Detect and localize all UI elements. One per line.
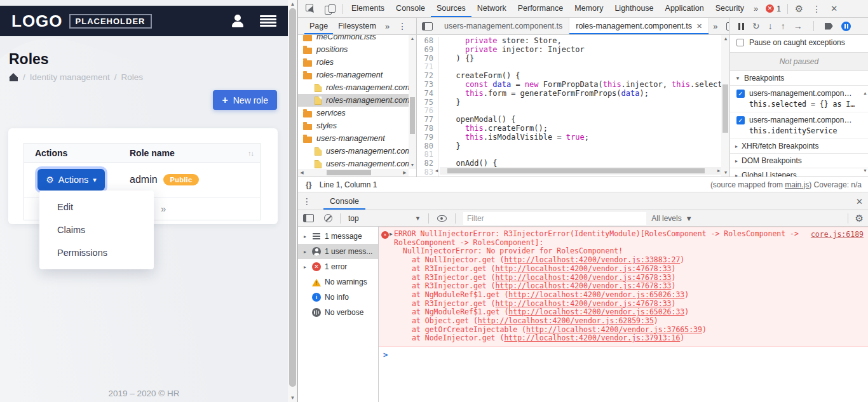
line-number[interactable]: 76: [417, 107, 438, 116]
user-icon[interactable]: [231, 15, 245, 27]
console-filter-input[interactable]: [463, 212, 646, 225]
main-js-link[interactable]: main.js: [785, 180, 809, 189]
device-toolbar-icon[interactable]: [325, 4, 335, 13]
drawer-close-icon[interactable]: ✕: [851, 197, 868, 206]
tab-filesystem[interactable]: Filesystem: [333, 18, 381, 34]
more-tabs-icon[interactable]: »: [750, 4, 762, 13]
line-number[interactable]: 75: [417, 98, 438, 107]
stack-frame-link[interactable]: http://localhost:4200/vendor.js:33883:27: [504, 255, 680, 264]
scroll-down-icon[interactable]: ▼: [288, 394, 297, 402]
home-icon[interactable]: [9, 73, 18, 81]
toggle-navigator-icon[interactable]: [422, 22, 433, 30]
step-out-icon[interactable]: ↑: [781, 22, 785, 30]
devtools-tab-network[interactable]: Network: [471, 0, 512, 17]
code-editor[interactable]: 68 private store: Store,69 private injec…: [417, 35, 729, 177]
context-selector[interactable]: top ▼: [343, 214, 426, 223]
tree-item-users-management[interactable]: users-management: [298, 132, 409, 145]
breakpoint-entry[interactable]: ✓users-management.compon…this.selected =…: [730, 86, 868, 112]
tree-horizontal-scrollbar[interactable]: ◀ ▶: [298, 169, 409, 177]
pause-on-exceptions-icon[interactable]: [841, 22, 851, 31]
console-sidebar-1-user-mess[interactable]: ▸1 user mess...: [298, 244, 378, 259]
stack-frame-link[interactable]: http://localhost:4200/vendor.js:47678:33: [496, 264, 672, 273]
stack-frame-link[interactable]: http://localhost:4200/vendor.js:65026:33: [508, 307, 684, 316]
kebab-menu-icon[interactable]: ⋮: [808, 4, 825, 14]
section-xhr-fetch-breakpoints[interactable]: ▸XHR/fetch Breakpoints: [730, 139, 868, 154]
stack-frame-link[interactable]: http://localhost:4200/vendor.js:65026:33: [508, 290, 684, 299]
deactivate-breakpoints-icon[interactable]: [825, 23, 833, 30]
scrollbar-thumb[interactable]: [327, 170, 371, 175]
line-number[interactable]: 78: [417, 124, 438, 133]
tree-item-users-management-compo[interactable]: users-management.compo: [298, 145, 409, 157]
scroll-down-icon[interactable]: ▼: [722, 169, 729, 177]
stack-frame-link[interactable]: http://localhost:4200/vendor.js:37665:39: [526, 325, 702, 334]
devtools-tab-console[interactable]: Console: [390, 0, 431, 17]
navigator-kebab-icon[interactable]: ⋮: [393, 21, 411, 31]
pretty-print-icon[interactable]: {}: [306, 180, 312, 189]
column-header-role-name[interactable]: Role name ↑↓: [118, 148, 260, 158]
line-number[interactable]: 71: [417, 63, 438, 72]
expand-triangle-icon[interactable]: ▶: [390, 231, 393, 237]
stack-frame-link[interactable]: http://localhost:4200/vendor.js:47678:33: [496, 273, 672, 282]
file-tab-roles-management[interactable]: roles-management.component.ts ✕: [569, 18, 709, 34]
tree-vertical-scrollbar[interactable]: ▲ ▼: [409, 35, 416, 169]
line-number[interactable]: 70: [417, 55, 438, 64]
scrollbar-thumb[interactable]: [289, 8, 296, 387]
scrollbar-thumb[interactable]: [722, 84, 728, 133]
stack-frame-link[interactable]: http://localhost:4200/vendor.js:47678:33: [496, 299, 672, 308]
pause-script-icon[interactable]: [738, 23, 744, 30]
step-icon[interactable]: →: [794, 22, 803, 30]
dropdown-item-claims[interactable]: Claims: [39, 218, 154, 241]
line-number[interactable]: 68: [417, 37, 438, 46]
line-number[interactable]: 81: [417, 151, 438, 159]
step-into-icon[interactable]: ↓: [768, 22, 773, 30]
tree-item-styles[interactable]: styles: [298, 119, 409, 132]
scrollbar-thumb[interactable]: [410, 97, 415, 134]
devtools-tab-memory[interactable]: Memory: [569, 0, 609, 17]
tree-item-positions[interactable]: positions: [298, 43, 409, 56]
scroll-right-icon[interactable]: ▶: [715, 167, 722, 175]
line-number[interactable]: 74: [417, 90, 438, 98]
error-count-badge[interactable]: ✕ 1: [766, 4, 781, 13]
scroll-down-icon[interactable]: ▼: [409, 161, 416, 169]
console-sidebar-no-info[interactable]: iNo info: [298, 290, 378, 305]
drawer-kebab-icon[interactable]: ⋮: [298, 196, 316, 206]
console-sidebar-no-warnings[interactable]: No warnings: [298, 274, 378, 290]
checkbox-checked-icon[interactable]: ✓: [736, 116, 745, 124]
console-prompt[interactable]: >: [379, 347, 868, 359]
scroll-up-icon[interactable]: ▲: [722, 35, 729, 43]
section-global-listeners[interactable]: ▸Global Listeners: [730, 168, 868, 177]
scroll-down-icon[interactable]: ▼: [863, 168, 867, 173]
devtools-tab-performance[interactable]: Performance: [512, 0, 569, 17]
scroll-left-icon[interactable]: ◀: [298, 169, 306, 177]
error-source-link[interactable]: core.js:6189: [811, 230, 864, 239]
pause-on-caught-exceptions[interactable]: Pause on caught exceptions: [730, 35, 868, 50]
devtools-close-icon[interactable]: ✕: [825, 4, 843, 13]
console-sidebar-1-message[interactable]: ▸1 message: [298, 229, 378, 244]
checkbox-checked-icon[interactable]: ✓: [736, 90, 745, 98]
breakpoint-entry[interactable]: ✓users-management.compon…this.identitySe…: [730, 112, 868, 139]
editor-vertical-scrollbar[interactable]: ▲ ▼: [721, 35, 729, 177]
file-tab-users-management[interactable]: users-management.component.ts: [438, 18, 569, 34]
stack-frame-link[interactable]: http://localhost:4200/vendor.js:47678:33: [496, 281, 672, 290]
scroll-up-icon[interactable]: ▲: [288, 0, 297, 8]
tree-item-roles-management[interactable]: roles-management: [298, 69, 409, 81]
settings-gear-icon[interactable]: ⚙: [790, 3, 808, 15]
row-actions-button[interactable]: ⚙ Actions ▾: [37, 169, 105, 191]
line-number[interactable]: 80: [417, 142, 438, 151]
scrollbar-thumb[interactable]: [447, 168, 705, 173]
breadcrumb-identity-management[interactable]: Identity management: [30, 72, 110, 82]
tree-item-roles[interactable]: roles: [298, 56, 409, 69]
tree-item-mecommonlists[interactable]: meCommonLists: [298, 35, 409, 43]
tree-item-users-management-compo[interactable]: users-management.compo: [298, 157, 409, 170]
checkbox-unchecked-icon[interactable]: [736, 39, 744, 46]
dropdown-item-edit[interactable]: Edit: [39, 196, 154, 218]
devtools-tab-sources[interactable]: Sources: [431, 0, 471, 17]
stack-frame-link[interactable]: http://localhost:4200/vendor.js:37913:16: [504, 333, 680, 342]
tree-item-services[interactable]: services: [298, 107, 409, 119]
devtools-tab-security[interactable]: Security: [710, 0, 750, 17]
page-scrollbar[interactable]: ▲ ▼: [288, 0, 297, 402]
new-role-button[interactable]: + New role: [213, 90, 277, 110]
line-number[interactable]: 72: [417, 72, 438, 81]
line-number[interactable]: 73: [417, 81, 438, 90]
console-sidebar-no-verbose[interactable]: No verbose: [298, 305, 378, 320]
